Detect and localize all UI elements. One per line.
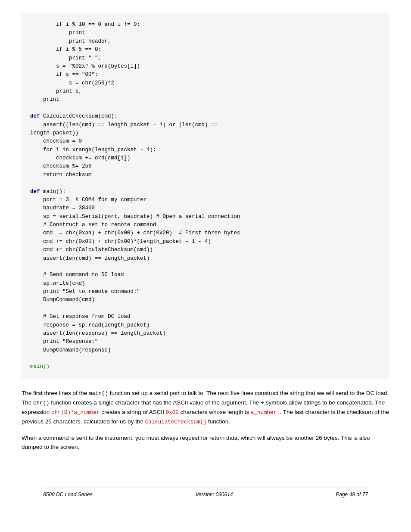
prose-text-1: The first three lines of the (22, 390, 89, 396)
footer: 8500 DC Load Series Version: 030614 Page… (43, 488, 368, 498)
prose-paragraph2: When a command is sent to the instrument… (22, 433, 389, 452)
main-content: if i % 10 == 0 and i != 0: print print h… (22, 13, 389, 510)
prose-paragraph2-text: When a command is sent to the instrument… (22, 435, 370, 451)
prose-paragraph1: The first three lines of the main() func… (22, 389, 389, 426)
footer-center: Version: 030614 (196, 492, 233, 498)
prose-text-7: function. (206, 418, 230, 425)
inline-code-chr0: chr(0)*a_number (51, 410, 100, 416)
prose-text-5: characters whose length is (179, 409, 251, 415)
inline-code-chr: chr() (33, 400, 50, 406)
inline-code-0x00: 0x00 (166, 410, 179, 416)
inline-code-calculatechecksum: CalculateChecksum() (145, 419, 207, 425)
inline-code-main: main() (89, 391, 108, 397)
prose-text-4: creates a string of ASCII (100, 409, 166, 415)
code-block: if i % 10 == 0 and i != 0: print print h… (22, 13, 389, 379)
footer-right: Page 49 of 77 (336, 492, 368, 498)
inline-code-anumber: a_number. (251, 410, 280, 416)
footer-left: 8500 DC Load Series (43, 492, 93, 498)
